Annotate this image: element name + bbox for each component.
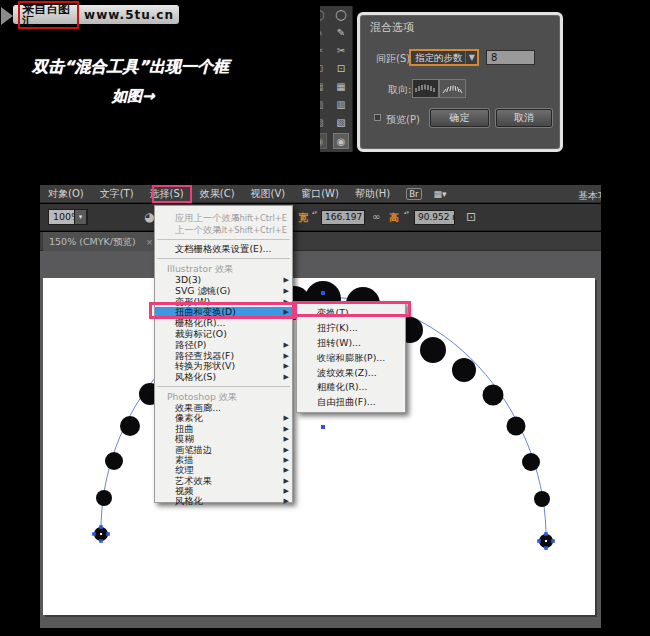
menubar-item-6[interactable]: 帮助(H)	[347, 185, 398, 203]
menu-item-label: 视频	[175, 485, 194, 496]
menu-item-label: 3D(3)	[175, 274, 201, 285]
reference-point-icon[interactable]: ◕	[144, 209, 154, 225]
ellipse-tool-icon[interactable]: ◯	[320, 7, 327, 23]
link-dimensions-icon[interactable]: ∞	[372, 209, 380, 225]
submenu-arrow-icon: ▶	[284, 351, 289, 362]
graph-tool-icon[interactable]: ▥	[320, 97, 327, 113]
menubar-item-1[interactable]: 文字(T)	[92, 185, 142, 203]
cancel-button[interactable]: 取消	[496, 109, 552, 127]
menu-item-label: 转换为形状(V)	[175, 360, 235, 371]
spacing-label: 间距(S):	[376, 52, 414, 66]
menu-item-label: 风格化	[175, 495, 203, 506]
menu-item-label: 艺术效果	[175, 475, 212, 486]
align-to-page-icon	[415, 83, 436, 94]
document-tab-bar: 150% (CMYK/预览) ×	[40, 232, 601, 251]
submenu-item-5[interactable]: 粗糙化(R)...	[297, 380, 405, 395]
document-tab[interactable]: 150% (CMYK/预览) ×	[43, 232, 160, 251]
gradient-tool-icon[interactable]: ▧	[320, 115, 327, 131]
width-input[interactable]: 166.197 mm	[321, 210, 365, 225]
scissors-tool-icon[interactable]: ✂	[333, 43, 349, 59]
distort-transform-submenu: 变换(T)...扭拧(K)...扭转(W)...收缩和膨胀(P)...波纹效果(…	[296, 301, 406, 413]
free-transform-tool-icon[interactable]: ⊡	[320, 61, 327, 77]
menu-item-label: 路径(P)	[175, 339, 206, 350]
transform-panel-icon[interactable]: ⊡	[466, 209, 476, 225]
submenu-item-4[interactable]: 波纹效果(Z)...	[297, 366, 405, 381]
dialog-title: 混合选项	[370, 20, 414, 35]
menubar-item-5[interactable]: 窗口(W)	[293, 185, 347, 203]
zoom-dropdown-arrow[interactable]: ▾	[74, 209, 87, 225]
blend-tool-icon[interactable]: ◉	[320, 133, 327, 149]
submenu-item-1[interactable]: 扭拧(K)...	[297, 321, 405, 336]
dropdown-arrow-icon[interactable]: ▼	[465, 51, 475, 64]
watermark-arrow-icon	[1, 7, 13, 25]
paintbrush-tool-icon[interactable]: ✎	[333, 25, 349, 41]
mesh-tool-icon[interactable]: ▦	[333, 79, 349, 95]
spacing-dropdown-value: 指定的步数	[415, 52, 463, 63]
submenu-arrow-icon: ▶	[284, 465, 289, 475]
menu-item-27[interactable]: 风格化▶	[155, 496, 292, 506]
arrange-documents-icon[interactable]: ▦▾	[434, 189, 447, 199]
watermark-site-name: 来自百图汇	[18, 1, 79, 29]
submenu-item-label: 波纹效果(Z)...	[317, 367, 377, 378]
submenu-arrow-icon: ▶	[284, 486, 289, 496]
width-spinner[interactable]: ▴▾	[310, 209, 319, 225]
orientation-path-button[interactable]	[439, 79, 466, 98]
submenu-item-3[interactable]: 收缩和膨胀(P)...	[297, 351, 405, 366]
menu-separator	[157, 386, 290, 387]
scissors-tool-icon[interactable]: ✂	[320, 43, 327, 59]
menu-item-label: 裁剪标记(O)	[175, 328, 227, 339]
mesh-tool-icon[interactable]: ▦	[320, 79, 327, 95]
menu-item-label: 文档栅格效果设置(E)...	[175, 243, 271, 254]
submenu-arrow-icon: ▶	[284, 424, 289, 434]
blend-tool-icon[interactable]: ◉	[333, 133, 349, 149]
menu-item-label: 风格化(S)	[175, 371, 216, 382]
menu-item-3[interactable]: 文档栅格效果设置(E)...	[155, 243, 292, 255]
tab-close-icon[interactable]: ×	[146, 237, 154, 247]
menu-item-15[interactable]: 风格化(S)▶	[155, 372, 292, 383]
watermark-url: www.5tu.cn	[84, 8, 174, 22]
submenu-item-label: 粗糙化(R)...	[317, 381, 367, 392]
blend-options-dialog: 混合选项 间距(S): 指定的步数 ▼ 8 取向: 预览(P) 确定 取消	[357, 12, 563, 152]
menubar-item-3[interactable]: 效果(C)	[192, 185, 243, 203]
preview-label: 预览(P)	[386, 113, 420, 127]
submenu-arrow-icon: ▶	[284, 286, 289, 297]
ok-button[interactable]: 确定	[430, 109, 489, 127]
document-tab-label: 150% (CMYK/预览)	[49, 236, 136, 247]
menu-item-shortcut: Alt+Shift+Ctrl+E	[216, 224, 287, 236]
gradient-tool-icon[interactable]: ▧	[333, 115, 349, 131]
preview-checkbox[interactable]	[374, 114, 381, 121]
menubar-item-4[interactable]: 视图(V)	[243, 185, 294, 203]
graph-tool-icon[interactable]: ▥	[333, 97, 349, 113]
submenu-arrow-icon: ▶	[284, 455, 289, 465]
tools-palette: ◯✎✂⊡▦▥▧◉ ◯✎✂⊡▦▥▧◉	[320, 6, 353, 152]
tools-column: ◯✎✂⊡▦▥▧◉	[333, 6, 349, 150]
submenu-arrow-icon: ▶	[284, 476, 289, 486]
highlight-box-distort-transform	[149, 302, 297, 319]
menu-item-label: 路径查找器(F)	[175, 350, 234, 361]
height-input[interactable]: 90.952 mm	[414, 210, 455, 225]
page: 来自百图汇 www.5tu.cn 双击“混合工具”出现一个框 如图→ ◯✎✂⊡▦…	[0, 0, 650, 636]
effects-menu: 应用上一个效果Shift+Ctrl+E上一个效果Alt+Shift+Ctrl+E…	[154, 205, 293, 503]
ellipse-tool-icon[interactable]: ◯	[333, 7, 349, 23]
height-label: 高	[389, 211, 399, 225]
menu-item-0: 应用上一个效果Shift+Ctrl+E	[155, 212, 292, 224]
orientation-vertical-button[interactable]	[412, 79, 439, 98]
menu-item-1: 上一个效果Alt+Shift+Ctrl+E	[155, 224, 292, 236]
menu-item-label: 纹理	[175, 464, 194, 475]
submenu-arrow-icon: ▶	[284, 413, 289, 423]
control-bar: 100% ▾ ◕ ▦▾ 宽 ▴▾ 166.197 mm ∞ 高 ▴▾ 90.95…	[40, 204, 601, 231]
submenu-item-6[interactable]: 自由扭曲(F)...	[297, 395, 405, 410]
workspace-switcher[interactable]: 基本功能	[578, 189, 601, 203]
bridge-button[interactable]: Br	[406, 188, 421, 200]
submenu-arrow-icon: ▶	[284, 445, 289, 455]
highlight-box-effect-menu	[152, 185, 192, 203]
free-transform-tool-icon[interactable]: ⊡	[333, 61, 349, 77]
steps-input[interactable]: 8	[486, 50, 535, 65]
paintbrush-tool-icon[interactable]: ✎	[320, 25, 327, 41]
height-spinner[interactable]: ▴▾	[402, 209, 411, 225]
menu-item-label: 画笔描边	[175, 444, 212, 455]
submenu-item-2[interactable]: 扭转(W)...	[297, 336, 405, 351]
submenu-item-label: 扭拧(K)...	[317, 322, 358, 333]
spacing-dropdown[interactable]: 指定的步数 ▼	[409, 49, 479, 66]
menubar-item-0[interactable]: 对象(O)	[40, 185, 92, 203]
